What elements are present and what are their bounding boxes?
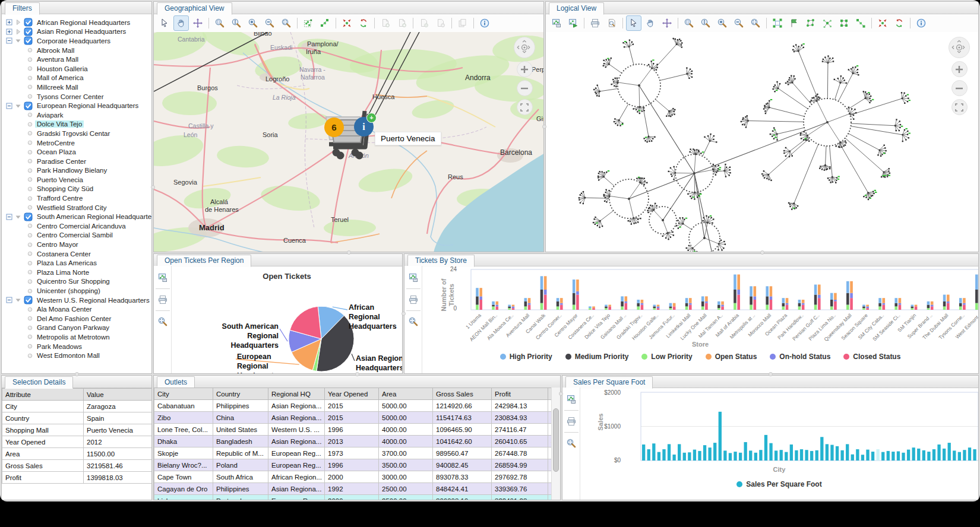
tree-group-african-regional-headquarters[interactable]: African Regional Headquarters — [2, 18, 151, 27]
status-bar-segment[interactable] — [608, 306, 611, 310]
table-row[interactable]: CityZaragoza — [2, 401, 153, 412]
priority-bar-segment[interactable] — [669, 303, 672, 307]
layout-balloon-button[interactable] — [820, 15, 835, 31]
sales-bar[interactable] — [774, 450, 777, 461]
status-bar-segment[interactable] — [737, 295, 740, 310]
priority-bar-segment[interactable] — [653, 306, 656, 308]
priority-bar-segment[interactable] — [798, 303, 801, 307]
status-bar-segment[interactable] — [882, 303, 885, 305]
sales-bar[interactable] — [662, 449, 665, 461]
splitter-handle[interactable] — [355, 372, 359, 376]
sales-bar[interactable] — [968, 447, 971, 461]
page-remove-button[interactable] — [433, 15, 448, 31]
column-header[interactable]: Profit — [492, 388, 548, 400]
priority-bar-segment[interactable] — [750, 286, 753, 296]
splitter-handle[interactable] — [402, 312, 406, 316]
tree-item-westfield-stratford-city[interactable]: Westfield Stratford City — [2, 203, 151, 212]
sales-bar[interactable] — [943, 449, 946, 461]
status-bar-segment[interactable] — [479, 288, 482, 296]
chevron-right-icon[interactable] — [15, 28, 21, 35]
priority-bar-segment[interactable] — [573, 280, 576, 293]
priority-bar-segment[interactable] — [894, 306, 897, 310]
priority-bar-segment[interactable] — [894, 303, 897, 307]
sales-bar[interactable] — [739, 453, 742, 461]
select-cursor-button[interactable] — [157, 15, 172, 31]
sales-bar[interactable] — [785, 452, 788, 461]
collapse-all-button[interactable] — [339, 15, 355, 31]
chevron-right-icon[interactable] — [15, 19, 21, 26]
tree-item-gradski-trgovski-centar[interactable]: Gradski Trgovski Centar — [2, 129, 151, 138]
status-bar-segment[interactable] — [834, 300, 837, 301]
column-header[interactable]: Regional HQ — [268, 388, 325, 400]
column-header[interactable]: Gross Sales — [433, 388, 492, 400]
priority-bar-segment[interactable] — [653, 308, 656, 310]
status-bar-segment[interactable] — [963, 305, 966, 310]
priority-bar-segment[interactable] — [846, 293, 849, 305]
checkbox-checked-icon[interactable] — [24, 36, 33, 45]
priority-bar-segment[interactable] — [508, 308, 511, 310]
tree-item-centro-mayor[interactable]: Centro Mayor — [2, 240, 151, 249]
zoom-in-control[interactable] — [517, 61, 533, 77]
status-bar-segment[interactable] — [705, 301, 708, 303]
priority-bar-segment[interactable] — [894, 298, 897, 303]
tree-item-west-edmonton-mall[interactable]: West Edmonton Mall — [2, 351, 151, 360]
sales-bar[interactable] — [713, 443, 716, 461]
status-bar-segment[interactable] — [899, 298, 902, 303]
zoom-fit-button[interactable] — [748, 15, 763, 31]
tab-sales-per-square-foot[interactable]: Sales Per Square Foot — [565, 376, 653, 389]
splitter-handle[interactable] — [151, 185, 155, 189]
tree-item-del-amo-fashion-center[interactable]: Del Amo Fashion Center — [2, 314, 151, 323]
priority-bar-segment[interactable] — [911, 306, 914, 308]
status-bar-segment[interactable] — [947, 301, 950, 303]
status-bar-segment[interactable] — [576, 291, 579, 295]
sales-bar[interactable] — [856, 449, 859, 461]
fit-content-control[interactable] — [517, 99, 533, 115]
table-row[interactable]: Gross Sales3219581.46 — [2, 460, 153, 472]
status-bar-segment[interactable] — [657, 308, 660, 310]
status-bar-segment[interactable] — [802, 300, 805, 303]
legend-item[interactable]: Open Status — [706, 353, 757, 361]
priority-bar-segment[interactable] — [878, 306, 881, 310]
status-bar-segment[interactable] — [737, 290, 740, 295]
table-row[interactable]: Year Opened2012 — [2, 436, 153, 448]
priority-bar-segment[interactable] — [862, 305, 865, 307]
status-bar-segment[interactable] — [705, 296, 708, 301]
status-bar-segment[interactable] — [657, 306, 660, 308]
sales-bar[interactable] — [953, 450, 956, 461]
status-bar-segment[interactable] — [753, 300, 756, 310]
tree-group-south-american-regional-headquarters[interactable]: South American Regional Headquarters — [2, 212, 151, 221]
checkbox-checked-icon[interactable] — [24, 212, 33, 221]
tree-item-albrook-mall[interactable]: Albrook Mall — [2, 46, 151, 55]
sales-bar[interactable] — [892, 452, 894, 461]
sales-bar[interactable] — [932, 449, 935, 461]
table-row[interactable]: Profit1399818.03 — [2, 472, 153, 484]
status-bar-segment[interactable] — [899, 305, 902, 310]
priority-bar-segment[interactable] — [605, 306, 608, 308]
outlets-scrollbar[interactable] — [551, 388, 560, 500]
sales-bar[interactable] — [810, 451, 813, 461]
priority-bar-segment[interactable] — [701, 301, 704, 306]
tree-group-western-u-s-regional-headquarters[interactable]: Western U.S. Regional Headquarters — [2, 296, 151, 305]
priority-bar-segment[interactable] — [621, 306, 624, 310]
zoom-out-control[interactable] — [517, 80, 533, 96]
status-bar-segment[interactable] — [576, 295, 579, 310]
priority-bar-segment[interactable] — [717, 301, 720, 305]
status-bar-segment[interactable] — [947, 295, 950, 301]
group-nodes-button[interactable] — [301, 15, 316, 31]
tree-item-quicentro-sur-shopping[interactable]: Quicentro Sur Shopping — [2, 277, 151, 287]
page-insert-button[interactable] — [416, 15, 432, 31]
print-button[interactable] — [564, 414, 579, 429]
priority-bar-segment[interactable] — [573, 293, 576, 305]
status-bar-segment[interactable] — [479, 296, 482, 300]
tree-item-centro-comercial-aricanduva[interactable]: Centro Comercial Aricanduva — [2, 221, 151, 231]
status-bar-segment[interactable] — [753, 296, 756, 300]
tree-item-ala-moana-center[interactable]: Ala Moana Center — [2, 304, 151, 314]
status-bar-segment[interactable] — [899, 303, 902, 305]
priority-bar-segment[interactable] — [943, 295, 946, 301]
priority-bar-segment[interactable] — [943, 301, 946, 306]
status-bar-segment[interactable] — [866, 308, 869, 310]
status-bar-segment[interactable] — [544, 295, 547, 310]
status-bar-segment[interactable] — [818, 285, 821, 295]
status-bar-segment[interactable] — [963, 303, 966, 305]
status-bar-segment[interactable] — [512, 305, 515, 307]
